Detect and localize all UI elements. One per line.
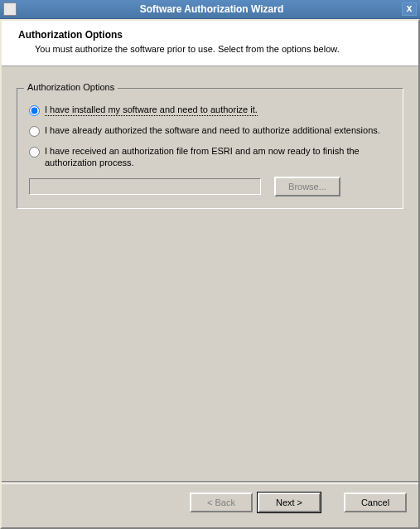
radio-input-1[interactable] [29,105,40,116]
wizard-window: Software Authorization Wizard x Authoriz… [0,0,420,529]
close-icon[interactable]: x [402,2,417,16]
radio-label-3: I have received an authorization file fr… [45,145,391,168]
titlebar: Software Authorization Wizard x [0,0,420,19]
footer: < Back Next > Cancel [2,484,418,527]
radio-input-3[interactable] [29,147,40,158]
next-button[interactable]: Next > [258,493,321,512]
authorization-options-group: Authorization Options I have installed m… [17,88,403,209]
radio-label-2: I have already authorized the software a… [45,124,380,136]
radio-option-additional-extensions[interactable]: I have already authorized the software a… [29,124,391,137]
app-icon [3,2,17,16]
radio-label-1: I have installed my software and need to… [45,104,258,116]
radio-option-install-authorize[interactable]: I have installed my software and need to… [29,104,391,116]
content-area: Authorization Options I have installed m… [2,66,418,481]
page-subtitle: You must authorize the software prior to… [35,44,402,54]
header-panel: Authorization Options You must authorize… [2,21,418,66]
cancel-button[interactable]: Cancel [344,493,407,512]
page-title: Authorization Options [18,29,402,41]
groupbox-legend: Authorization Options [24,82,118,92]
radio-option-authorization-file[interactable]: I have received an authorization file fr… [29,145,391,168]
window-body: Authorization Options You must authorize… [0,19,420,529]
back-button: < Back [190,493,253,512]
radio-input-2[interactable] [29,126,40,137]
footer-gap [326,493,339,512]
window-title: Software Authorization Wizard [22,3,402,15]
browse-row: Browse... [29,177,391,197]
browse-button: Browse... [274,177,340,197]
authorization-file-path-input [29,178,261,195]
